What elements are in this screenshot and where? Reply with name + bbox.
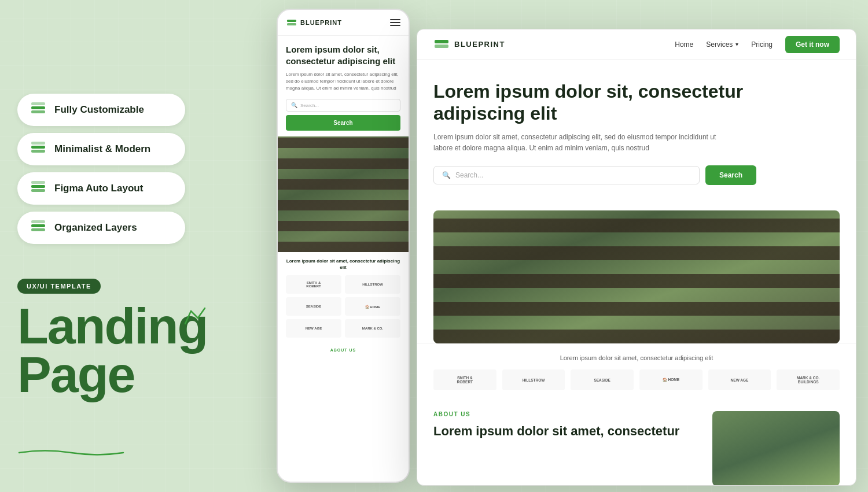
feature-label-3: Figma Auto Layout — [54, 183, 143, 194]
desktop-logos-row: SMITH &ROBERT HILLSTROW SEASIDE 🏠 HOME N… — [433, 369, 840, 390]
svg-rect-7 — [31, 189, 45, 192]
mobile-brand-icon — [286, 17, 297, 28]
desktop-search-row: 🔍 Search... Search — [433, 165, 840, 185]
svg-rect-2 — [31, 102, 45, 105]
svg-rect-3 — [31, 146, 45, 149]
chevron-down-icon: ▾ — [735, 41, 738, 47]
logo-newage: NEW AGE — [708, 369, 771, 390]
nav-home[interactable]: Home — [675, 40, 693, 49]
mobile-logo: BLUEPRINT — [286, 17, 342, 28]
ux-ui-badge: UX/UI TEMPLATE — [17, 279, 101, 294]
feature-item-customizable: Fully Customizable — [17, 94, 185, 126]
mobile-about-section: ABOUT US — [278, 343, 409, 357]
mobile-logo-hillstrow: HILLSTROW — [345, 275, 400, 294]
desktop-mockup: BLUEPRINT Home Services ▾ Pricing Get it… — [417, 29, 856, 486]
svg-rect-16 — [287, 23, 296, 25]
feature-item-figma: Figma Auto Layout — [17, 172, 185, 205]
logo-home: 🏠 HOME — [639, 369, 703, 390]
spark-decoration — [179, 305, 209, 330]
desktop-partners: Lorem ipsum dolor sit amet, consectetur … — [417, 343, 856, 401]
desktop-brand-name: BLUEPRINT — [454, 40, 505, 49]
desktop-partners-title: Lorem ipsum dolor sit amet, consectetur … — [433, 354, 840, 361]
mobile-search-icon: 🔍 — [291, 102, 297, 108]
desktop-building-image — [433, 210, 840, 343]
svg-line-12 — [185, 311, 191, 324]
layers-icon-2 — [30, 141, 46, 157]
svg-line-14 — [198, 308, 205, 318]
mobile-partners: Lorem ipsum dolor sit amet, consectetur … — [278, 252, 409, 343]
mobile-hero-title: Lorem ipsum dolor sit, consectetur adipi… — [286, 44, 400, 66]
svg-rect-1 — [31, 110, 45, 113]
mobile-search-button[interactable]: Search — [286, 115, 400, 131]
svg-rect-5 — [31, 142, 45, 145]
left-panel: Fully Customizable Minimalist & Modern F… — [0, 0, 266, 492]
desktop-about-badge: ABOUT US — [433, 411, 701, 417]
features-list: Fully Customizable Minimalist & Modern F… — [17, 94, 249, 244]
mobile-search-placeholder: Search... — [300, 103, 319, 108]
desktop-hero: Lorem ipsum dolor sit, consectetur adipi… — [417, 60, 856, 210]
layers-icon-4 — [30, 220, 46, 236]
mobile-partners-title: Lorem ipsum dolor sit amet, consectetur … — [286, 258, 400, 271]
feature-label-2: Minimalist & Modern — [54, 143, 150, 155]
mobile-logo-smith: SMITH &ROBERT — [286, 275, 341, 294]
mobile-logo-grid: SMITH &ROBERT HILLSTROW SEASIDE 🏠 HOME N… — [286, 275, 400, 338]
mobile-brand-name: BLUEPRINT — [300, 19, 342, 26]
svg-rect-4 — [31, 150, 45, 153]
mobile-navbar: BLUEPRINT — [278, 10, 409, 36]
mobile-logo-mark: MARK & CO. — [345, 319, 400, 338]
desktop-hero-title: Lorem ipsum dolor sit, consectetur adipi… — [433, 80, 757, 125]
mobile-hero: Lorem ipsum dolor sit, consectetur adipi… — [278, 36, 409, 136]
svg-rect-11 — [31, 220, 45, 223]
svg-rect-17 — [435, 40, 448, 43]
svg-rect-10 — [31, 228, 45, 231]
about-building-visual — [712, 411, 840, 486]
desktop-about-title: Lorem ipsum dolor sit amet, consectetur — [433, 423, 701, 440]
feature-label-4: Organized Layers — [54, 222, 137, 234]
mobile-building-visual — [278, 136, 409, 252]
logo-mark: MARK & CO.BUILDINGS — [777, 369, 840, 390]
mobile-logo-newage: NEW AGE — [286, 319, 341, 338]
svg-rect-0 — [31, 106, 45, 109]
nav-services[interactable]: Services ▾ — [706, 40, 738, 49]
desktop-search-box[interactable]: 🔍 Search... — [433, 166, 700, 184]
svg-rect-9 — [31, 224, 45, 227]
layers-icon-1 — [30, 102, 46, 118]
svg-rect-8 — [31, 181, 45, 184]
underline-decoration — [16, 447, 126, 457]
feature-label-1: Fully Customizable — [54, 104, 144, 116]
feature-item-layers: Organized Layers — [17, 212, 185, 244]
mobile-about-label: ABOUT US — [286, 348, 400, 352]
landing-page-title: Landing Page — [17, 302, 249, 398]
mobile-building-image — [278, 136, 409, 252]
desktop-nav-links: Home Services ▾ Pricing Get it now — [675, 36, 840, 53]
mobile-menu-button[interactable] — [390, 19, 400, 26]
desktop-logo: BLUEPRINT — [433, 36, 505, 53]
desktop-search-placeholder: Search... — [455, 171, 483, 179]
mobile-search-box[interactable]: 🔍 Search... — [286, 99, 400, 112]
template-badge-area: UX/UI TEMPLATE Landing Page — [17, 279, 249, 398]
desktop-hero-body: Lorem ipsum dolor sit amet, consectetur … — [433, 132, 723, 154]
nav-pricing[interactable]: Pricing — [751, 40, 773, 49]
logo-smith: SMITH &ROBERT — [433, 369, 496, 390]
desktop-about-text: ABOUT US Lorem ipsum dolor sit amet, con… — [433, 411, 701, 440]
mobile-mockup: BLUEPRINT Lorem ipsum dolor sit, consect… — [277, 9, 410, 483]
desktop-search-icon: 🔍 — [442, 171, 451, 179]
layers-icon-3 — [30, 180, 46, 197]
desktop-building-visual — [433, 210, 840, 343]
mobile-logo-home: 🏠 HOME — [345, 297, 400, 316]
svg-rect-18 — [435, 45, 448, 48]
mobile-hero-body: Lorem ipsum dolor sit amet, consectetur … — [286, 71, 400, 92]
desktop-navbar: BLUEPRINT Home Services ▾ Pricing Get it… — [417, 29, 856, 60]
desktop-brand-icon — [433, 36, 450, 53]
feature-item-minimalist: Minimalist & Modern — [17, 133, 185, 165]
svg-line-13 — [191, 311, 198, 318]
desktop-about-section: ABOUT US Lorem ipsum dolor sit amet, con… — [417, 401, 856, 486]
logo-seaside: SEASIDE — [571, 369, 634, 390]
svg-rect-15 — [287, 20, 296, 22]
mobile-logo-seaside: SEASIDE — [286, 297, 341, 316]
desktop-about-image — [712, 411, 840, 486]
desktop-cta-button[interactable]: Get it now — [785, 36, 840, 53]
desktop-search-button[interactable]: Search — [705, 165, 756, 185]
svg-rect-6 — [31, 185, 45, 188]
logo-hillstrow: HILLSTROW — [502, 369, 565, 390]
